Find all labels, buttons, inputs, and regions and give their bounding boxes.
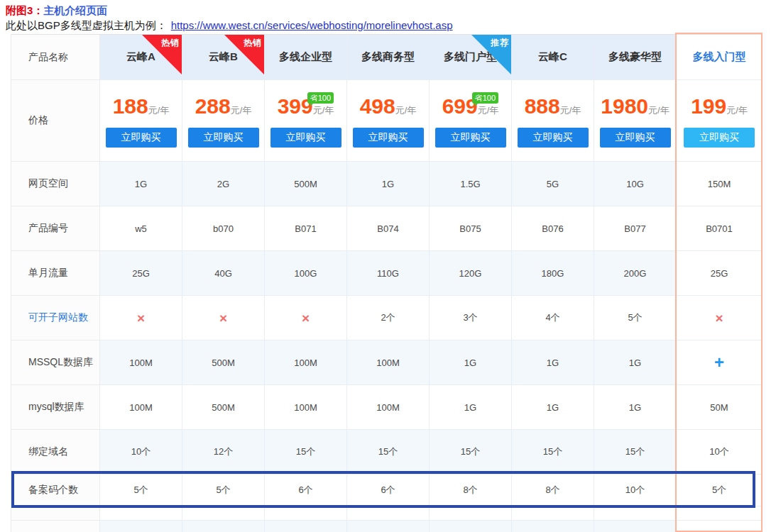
clipped-row: [11, 521, 762, 532]
price-cell: 699省100元/年立即购买: [430, 80, 512, 162]
cell-value: 4个: [545, 311, 559, 324]
price-cell: 399省100元/年立即购买: [265, 80, 347, 162]
cell-value: 40G: [214, 268, 232, 279]
price-value: 888: [525, 94, 560, 118]
value-cell: [100, 506, 182, 521]
table-row: MSSQL数据库100M500M100M100M1G1G1G+: [11, 340, 762, 385]
cell-value: 100M: [129, 402, 153, 413]
row-label-cell: 网页空间: [11, 162, 100, 206]
value-cell: 25G: [677, 251, 763, 296]
value-cell: 5个: [594, 296, 677, 340]
intro-text: 此处以BGP多线型虚拟主机为例：: [6, 19, 167, 31]
product-name: 云峰C: [538, 50, 567, 64]
row-label: MSSQL数据库: [28, 356, 93, 369]
table-header-row: 产品名称云峰A热销云峰B热销多线企业型多线商务型多线门户型推荐云峰C多线豪华型多…: [11, 35, 762, 80]
value-cell: b070: [182, 206, 265, 251]
product-name: 多线豪华型: [608, 50, 662, 64]
value-cell: 2G: [182, 162, 265, 206]
cell-value: 3个: [463, 311, 477, 324]
value-cell: 4个: [512, 296, 594, 340]
cell-value: 10个: [131, 445, 151, 458]
hot-badge-label: 热销: [244, 37, 262, 49]
value-cell: 1G: [512, 340, 594, 385]
price-unit: 元/年: [148, 105, 170, 116]
row-label-cell: [11, 521, 100, 532]
buy-now-button[interactable]: 立即购买: [518, 128, 589, 148]
product-name: 多线企业型: [279, 50, 332, 64]
price-row: 价格188元/年立即购买288元/年立即购买399省100元/年立即购买498元…: [11, 80, 762, 162]
corner-header-cell: 产品名称: [11, 35, 100, 80]
figure-caption-title: 主机介绍页面: [43, 4, 107, 16]
product-header-cell: 云峰C: [512, 35, 594, 80]
price-value: 498: [360, 94, 395, 118]
cell-value: 100M: [376, 402, 400, 413]
corner-header-label: 产品名称: [28, 51, 68, 64]
buy-now-button[interactable]: 立即购买: [353, 128, 424, 148]
cell-value: w5: [135, 223, 147, 234]
cell-value: 1.5G: [460, 179, 480, 189]
product-header-cell: 多线入门型: [677, 35, 763, 80]
buy-now-button[interactable]: 立即购买: [684, 128, 755, 148]
buy-now-button[interactable]: 立即购买: [600, 128, 671, 148]
value-cell: 100G: [265, 251, 347, 296]
cell-value: 12个: [214, 445, 233, 458]
table-row: mysql数据库100M500M100M100M1G1G1G50M: [11, 385, 762, 430]
cell-value: 15个: [543, 445, 562, 458]
value-cell: 150M: [677, 162, 763, 206]
row-label-cell: [11, 506, 100, 521]
cell-value: 1G: [547, 358, 559, 368]
table-row: 网页空间1G2G500M1G1.5G5G10G150M: [11, 162, 762, 206]
cell-value: 500M: [212, 402, 235, 413]
cross-icon: ×: [715, 311, 723, 325]
row-label-cell: 备案码个数: [11, 475, 100, 506]
product-header-cell: 多线门户型推荐: [430, 35, 512, 80]
value-cell: 12个: [182, 430, 265, 475]
value-cell: B071: [265, 206, 347, 251]
value-cell: 500M: [265, 162, 347, 206]
cell-value: 25G: [132, 268, 150, 279]
value-cell: 15个: [430, 430, 512, 475]
cell-value: 15个: [461, 445, 480, 458]
price-value: 1980: [601, 94, 648, 118]
row-label-link[interactable]: 可开子网站数: [28, 311, 88, 324]
empty-row: [11, 506, 762, 521]
cell-value: 1G: [464, 402, 476, 413]
cell-value: B075: [459, 223, 481, 234]
cell-value: 8个: [463, 484, 477, 497]
row-label-cell: 产品编号: [11, 206, 100, 251]
hot-badge-label: 热销: [161, 37, 180, 49]
plus-icon[interactable]: +: [714, 354, 724, 371]
row-label-cell: MSSQL数据库: [11, 340, 100, 385]
cell-value: b070: [213, 223, 234, 234]
row-label: 网页空间: [28, 177, 68, 190]
cell-value: B074: [377, 223, 398, 234]
value-cell: 2个: [347, 296, 430, 340]
buy-now-button[interactable]: 立即购买: [188, 128, 259, 148]
row-label: 产品编号: [28, 222, 68, 235]
value-cell: 15个: [265, 430, 347, 475]
price-cell: 888元/年立即购买: [512, 80, 594, 162]
cell-value: B076: [542, 223, 563, 234]
cell-value: 10个: [625, 484, 645, 497]
cell-value: 500M: [294, 179, 317, 189]
cell-value: 5个: [216, 484, 230, 497]
value-cell: ×: [182, 296, 265, 340]
value-cell: 10个: [677, 430, 763, 475]
cell-value: 2个: [381, 311, 395, 324]
buy-now-button[interactable]: 立即购买: [106, 128, 177, 148]
value-cell: [430, 521, 512, 532]
buy-now-button[interactable]: 立即购买: [435, 128, 506, 148]
value-cell: 110G: [347, 251, 430, 296]
product-header-cell: 多线企业型: [265, 35, 347, 80]
row-label-cell[interactable]: 可开子网站数: [11, 296, 100, 340]
hosting-page-link[interactable]: https://www.west.cn/services/webhosting/…: [171, 19, 453, 31]
cell-value: 180G: [542, 268, 564, 279]
row-label: 单月流量: [28, 267, 68, 279]
value-cell: [677, 521, 763, 532]
product-header-cell: 云峰A热销: [100, 35, 182, 80]
value-cell: B075: [430, 206, 512, 251]
buy-now-button[interactable]: 立即购买: [270, 128, 341, 148]
value-cell: [512, 521, 594, 532]
value-cell: B076: [512, 206, 594, 251]
save-badge: 省100: [307, 92, 334, 104]
